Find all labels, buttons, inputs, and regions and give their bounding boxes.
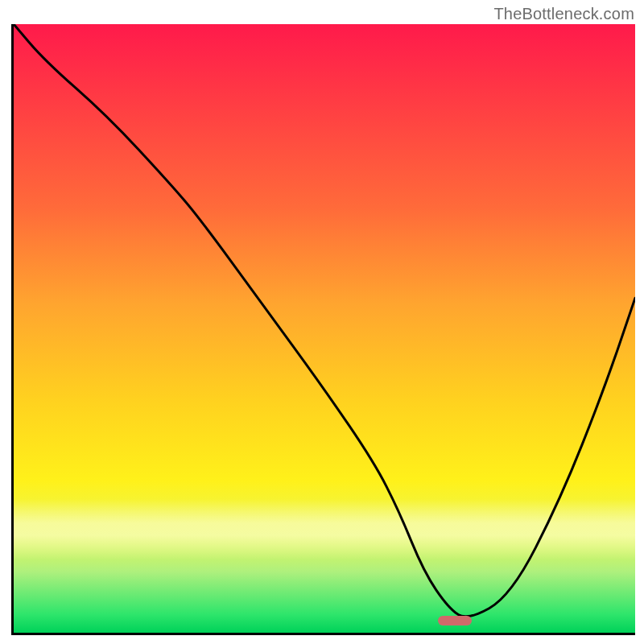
curve-svg (14, 24, 635, 633)
plot-area (11, 24, 635, 635)
watermark-text: TheBottleneck.com (493, 5, 634, 23)
min-marker (438, 616, 472, 625)
curve-line (14, 24, 635, 617)
